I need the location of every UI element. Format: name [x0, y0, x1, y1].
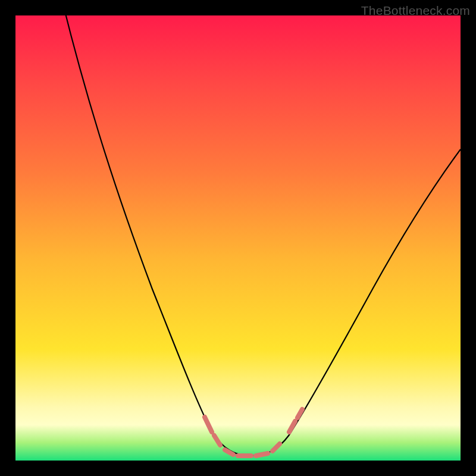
svg-line-2 [225, 450, 233, 455]
bottleneck-curve [15, 15, 461, 461]
curve-path [49, 0, 461, 456]
svg-line-7 [298, 409, 302, 418]
svg-line-4 [256, 453, 268, 456]
svg-line-6 [289, 421, 295, 432]
curve-markers [205, 409, 302, 456]
chart-plot-area [15, 15, 461, 461]
svg-line-1 [214, 436, 220, 445]
svg-line-5 [273, 444, 280, 451]
svg-line-0 [205, 417, 212, 432]
